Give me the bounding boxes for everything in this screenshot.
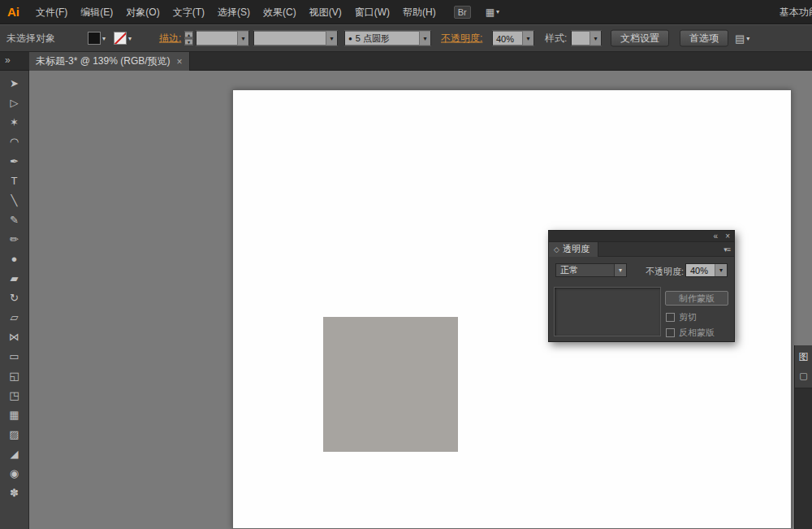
artboard-rectangle[interactable] (323, 317, 458, 452)
brush-definition-select[interactable]: ●5 点圆形 ▾ (344, 31, 431, 46)
chevron-down-icon: ▾ (614, 264, 626, 276)
paintbrush-tool[interactable]: ✎ (4, 214, 25, 227)
clip-checkbox-row: 剪切 (666, 311, 697, 323)
mesh-tool[interactable]: ▦ (4, 409, 25, 422)
menu-item[interactable]: 编辑(E) (74, 0, 119, 24)
opacity-mask-thumbnail (554, 287, 661, 336)
opacity-panel-link[interactable]: 不透明度: (441, 32, 482, 46)
right-panel-dock: 图 ▢ (794, 345, 812, 529)
panel-collapse-icon[interactable]: « (714, 231, 719, 242)
transparency-panel-body: 正常 ▾ 不透明度: 40% ▾ 制作蒙版 剪切 反相蒙版 (549, 257, 734, 341)
stepper-up-icon[interactable]: ▴ (184, 32, 193, 38)
width-tool[interactable]: ⋈ (4, 331, 25, 344)
chevron-down-icon: ▾ (128, 35, 132, 42)
chevron-down-icon: ▾ (522, 32, 533, 46)
illustrator-logo: Ai (7, 5, 19, 19)
panel-menu-icon[interactable]: ▾≡ (723, 245, 730, 254)
menu-item[interactable]: 效果(C) (257, 0, 303, 24)
transparency-panel-header[interactable]: « × (549, 231, 734, 242)
clip-checkbox[interactable] (666, 313, 675, 322)
menu-item[interactable]: 对象(O) (119, 0, 166, 24)
eraser-tool[interactable]: ▰ (4, 272, 25, 285)
stroke-panel-link[interactable]: 描边: (159, 32, 181, 46)
clip-label: 剪切 (679, 311, 697, 323)
eyedropper-tool[interactable]: ◢ (4, 448, 25, 461)
type-tool[interactable]: T (4, 175, 25, 188)
chevron-down-icon: ▾ (496, 8, 499, 15)
pen-tool[interactable]: ✒ (4, 155, 25, 168)
toolbar-collapse-button[interactable]: » (5, 54, 11, 66)
layers-dock-icon: ▢ (799, 371, 807, 381)
workspace-switcher[interactable]: 基本功能 (780, 0, 812, 24)
blob-brush-tool[interactable]: ● (4, 253, 25, 266)
chevron-down-icon: ▾ (102, 35, 106, 42)
brush-definition-value: ●5 点圆形 (345, 32, 419, 46)
control-bar: 未选择对象 ▾ ▾ 描边: ▴ ▾ ▾ ▾ ●5 点圆形 ▾ 不透明度: (0, 24, 812, 52)
fill-swatch-icon (88, 32, 101, 45)
symbol-sprayer-tool[interactable]: ✽ (4, 487, 25, 500)
control-bar-extra-control[interactable]: ▤ ▾ (735, 33, 749, 45)
pencil-tool[interactable]: ✏ (4, 233, 25, 246)
opacity-select[interactable]: 40% ▾ (492, 31, 534, 46)
menu-item[interactable]: 视图(V) (303, 0, 348, 24)
selection-status-label: 未选择对象 (6, 32, 55, 46)
tools-list: ➤ ▷ ✶ ◠ ✒ T (0, 71, 28, 500)
width-profile-value (254, 32, 326, 46)
fill-color-control[interactable]: ▾ (88, 32, 106, 45)
rotate-tool[interactable]: ↻ (4, 292, 25, 305)
width-profile-select[interactable]: ▾ (253, 31, 338, 46)
style-label: 样式: (545, 32, 567, 46)
panel-close-icon[interactable]: × (725, 231, 730, 242)
blend-mode-value: 正常 (556, 264, 614, 276)
stroke-weight-select[interactable]: ▾ (196, 31, 249, 46)
menu-item[interactable]: 窗口(W) (348, 0, 396, 24)
perspective-grid-tool[interactable]: ◳ (4, 389, 25, 402)
stroke-color-control[interactable]: ▾ (114, 32, 132, 45)
menu-item[interactable]: 选择(S) (211, 0, 257, 24)
document-tab-title: 未标题-3* @ 139% (RGB/预览) (36, 54, 171, 68)
invert-mask-checkbox[interactable] (666, 328, 675, 337)
line-segment-tool[interactable]: ╲ (4, 194, 25, 207)
stroke-weight-stepper[interactable]: ▴ ▾ (184, 32, 193, 46)
chevron-down-icon: ▾ (419, 32, 430, 46)
tab-close-icon[interactable]: × (177, 56, 183, 67)
panel-tab-icon: ◇ (554, 245, 559, 254)
panel-opacity-select[interactable]: 40% ▾ (685, 263, 728, 277)
lasso-tool[interactable]: ◠ (4, 136, 25, 149)
style-select[interactable]: ▾ (571, 31, 602, 46)
document-setup-button[interactable]: 文档设置 (611, 30, 669, 47)
layers-dock-tab[interactable]: 图 ▢ (795, 345, 812, 388)
menu-item[interactable]: 文字(T) (166, 0, 211, 24)
stroke-none-swatch-icon (114, 32, 127, 45)
chevron-down-icon: ▾ (746, 35, 749, 42)
stepper-down-icon[interactable]: ▾ (184, 39, 193, 46)
tools-panel: ➤ ▷ ✶ ◠ ✒ T (0, 71, 29, 529)
free-transform-tool[interactable]: ▭ (4, 350, 25, 363)
stroke-weight-value (197, 32, 237, 46)
scale-tool[interactable]: ▱ (4, 311, 25, 324)
menu-items: 文件(F)编辑(E)对象(O)文字(T)选择(S)效果(C)视图(V)窗口(W)… (29, 0, 443, 24)
direct-selection-tool[interactable]: ▷ (4, 97, 25, 110)
pointer-options-icon: ▤ (735, 33, 745, 45)
tab-transparency[interactable]: ◇ 透明度 (549, 242, 598, 257)
invert-mask-label: 反相蒙版 (679, 327, 715, 339)
gradient-tool[interactable]: ▨ (4, 428, 25, 441)
make-mask-button[interactable]: 制作蒙版 (665, 291, 728, 306)
menu-item[interactable]: 帮助(H) (396, 0, 443, 24)
layers-dock-label: 图 (799, 350, 809, 364)
magic-wand-tool[interactable]: ✶ (4, 116, 25, 129)
chevron-down-icon: ▾ (237, 32, 248, 46)
preferences-button[interactable]: 首选项 (680, 30, 728, 47)
shape-builder-tool[interactable]: ◱ (4, 370, 25, 383)
arrange-documents-icon: ▦ (486, 7, 495, 18)
selection-tool[interactable]: ➤ (4, 77, 25, 90)
menu-item[interactable]: 文件(F) (29, 0, 74, 24)
document-tab[interactable]: 未标题-3* @ 139% (RGB/预览) × (29, 52, 190, 71)
blend-tool[interactable]: ◉ (4, 467, 25, 480)
bridge-icon[interactable]: Br (454, 6, 471, 19)
brush-name: 5 点圆形 (356, 33, 390, 45)
blend-mode-select[interactable]: 正常 ▾ (555, 263, 627, 277)
arrange-documents-control[interactable]: ▦ ▾ (486, 7, 499, 18)
chevron-down-icon: ▾ (326, 32, 337, 46)
panel-opacity-label: 不透明度: (646, 266, 684, 278)
